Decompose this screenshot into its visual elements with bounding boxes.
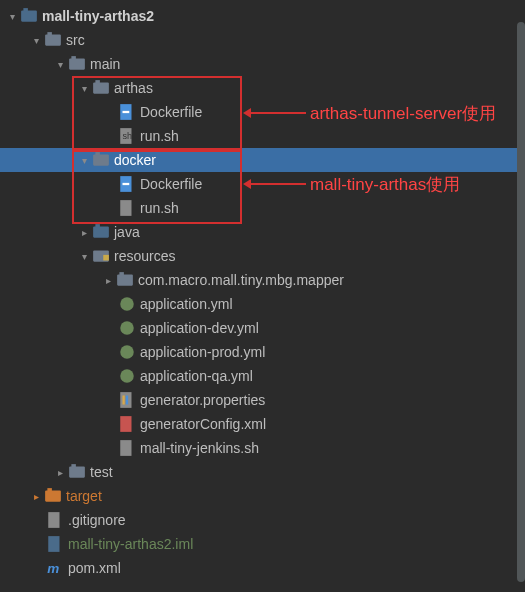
tree-node-package[interactable]: com.macro.mall.tiny.mbg.mapper — [0, 268, 525, 292]
tree-node-iml[interactable]: mall-tiny-arthas2.iml — [0, 532, 525, 556]
properties-icon — [118, 391, 136, 409]
shell-icon: sh — [118, 127, 136, 145]
svg-rect-31 — [120, 440, 131, 456]
svg-rect-20 — [103, 255, 109, 261]
svg-rect-12 — [93, 154, 109, 165]
expand-icon[interactable] — [28, 32, 44, 48]
tree-node-arthas[interactable]: arthas — [0, 76, 525, 100]
svg-text:sh: sh — [123, 131, 133, 141]
folder-icon — [92, 79, 110, 97]
svg-rect-3 — [47, 32, 52, 35]
node-label: .gitignore — [68, 512, 126, 528]
svg-rect-34 — [45, 490, 61, 501]
tree-node-root[interactable]: mall-tiny-arthas2 — [0, 4, 525, 28]
node-label: run.sh — [140, 128, 179, 144]
xml-icon — [118, 415, 136, 433]
expand-icon[interactable] — [76, 152, 92, 168]
folder-icon — [44, 31, 62, 49]
tree-node-main[interactable]: main — [0, 52, 525, 76]
annotation-text: arthas-tunnel-server使用 — [310, 102, 496, 125]
tree-node-genconfig[interactable]: generatorConfig.xml — [0, 412, 525, 436]
tree-node-appqa[interactable]: application-qa.yml — [0, 364, 525, 388]
svg-rect-5 — [71, 56, 76, 59]
expand-icon[interactable] — [100, 272, 116, 288]
node-label: resources — [114, 248, 175, 264]
maven-icon: m — [46, 559, 64, 577]
tree-node-genprops[interactable]: generator.properties — [0, 388, 525, 412]
svg-rect-36 — [48, 512, 59, 528]
iml-icon — [46, 535, 64, 553]
annotation-arrow — [246, 112, 306, 114]
node-label: run.sh — [140, 200, 179, 216]
node-label: test — [90, 464, 113, 480]
svg-rect-35 — [47, 488, 52, 491]
tree-node-test[interactable]: test — [0, 460, 525, 484]
folder-icon — [68, 55, 86, 73]
node-label: application-qa.yml — [140, 368, 253, 384]
tree-node-pom[interactable]: m pom.xml — [0, 556, 525, 580]
tree-node-jenkinssh[interactable]: mall-tiny-jenkins.sh — [0, 436, 525, 460]
node-label: main — [90, 56, 120, 72]
node-label: mall-tiny-jenkins.sh — [140, 440, 259, 456]
yaml-icon — [118, 295, 136, 313]
node-label: com.macro.mall.tiny.mbg.mapper — [138, 272, 344, 288]
folder-icon — [44, 487, 62, 505]
svg-rect-4 — [69, 58, 85, 69]
annotation-text: mall-tiny-arthas使用 — [310, 173, 460, 196]
module-icon — [20, 7, 38, 25]
expand-icon[interactable] — [52, 464, 68, 480]
svg-rect-1 — [23, 8, 28, 11]
shell-icon — [118, 199, 136, 217]
tree-node-java[interactable]: java — [0, 220, 525, 244]
folder-icon — [68, 463, 86, 481]
svg-rect-32 — [69, 466, 85, 477]
svg-rect-7 — [95, 80, 100, 83]
tree-node-appprod[interactable]: application-prod.yml — [0, 340, 525, 364]
dockerfile-icon — [118, 175, 136, 193]
svg-rect-9 — [123, 111, 130, 113]
svg-rect-37 — [48, 536, 59, 552]
tree-node-runsh2[interactable]: run.sh — [0, 196, 525, 220]
tree-node-target[interactable]: target — [0, 484, 525, 508]
folder-icon — [116, 271, 134, 289]
node-label: generator.properties — [140, 392, 265, 408]
tree-node-appyml[interactable]: application.yml — [0, 292, 525, 316]
svg-rect-2 — [45, 34, 61, 45]
node-label: application-dev.yml — [140, 320, 259, 336]
svg-rect-18 — [95, 224, 100, 227]
node-label: docker — [114, 152, 156, 168]
node-label: Dockerfile — [140, 176, 202, 192]
svg-rect-33 — [71, 464, 76, 467]
expand-icon[interactable] — [76, 224, 92, 240]
tree-node-docker[interactable]: docker — [0, 148, 525, 172]
tree-node-resources[interactable]: resources — [0, 244, 525, 268]
svg-text:m: m — [47, 561, 59, 576]
node-label: application-prod.yml — [140, 344, 265, 360]
resource-folder-icon — [92, 247, 110, 265]
svg-rect-28 — [123, 396, 125, 405]
tree-node-gitignore[interactable]: .gitignore — [0, 508, 525, 532]
svg-point-23 — [120, 297, 134, 311]
node-label: arthas — [114, 80, 153, 96]
tree-node-appdev[interactable]: application-dev.yml — [0, 316, 525, 340]
node-label: java — [114, 224, 140, 240]
expand-icon[interactable] — [4, 8, 20, 24]
project-tree[interactable]: mall-tiny-arthas2 src main arthas Docker… — [0, 0, 525, 580]
expand-icon[interactable] — [52, 56, 68, 72]
svg-rect-13 — [95, 152, 100, 155]
expand-icon[interactable] — [76, 248, 92, 264]
expand-icon[interactable] — [28, 488, 44, 504]
scrollbar[interactable] — [517, 22, 525, 582]
svg-rect-30 — [120, 416, 131, 432]
folder-icon — [92, 151, 110, 169]
svg-rect-21 — [117, 274, 133, 285]
expand-icon[interactable] — [76, 80, 92, 96]
node-label: application.yml — [140, 296, 233, 312]
yaml-icon — [118, 319, 136, 337]
tree-node-runsh[interactable]: sh run.sh — [0, 124, 525, 148]
svg-rect-22 — [119, 272, 124, 275]
node-label: target — [66, 488, 102, 504]
dockerfile-icon — [118, 103, 136, 121]
tree-node-src[interactable]: src — [0, 28, 525, 52]
node-label: mall-tiny-arthas2 — [42, 8, 154, 24]
